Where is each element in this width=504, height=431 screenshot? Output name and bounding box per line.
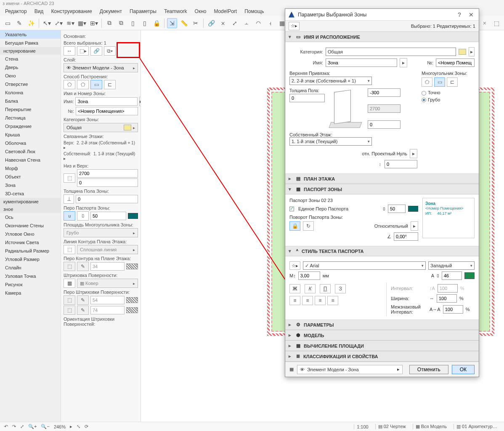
- sb-model-value[interactable]: Вся Модель: [421, 424, 447, 429]
- unipen-checkbox[interactable]: [289, 207, 294, 211]
- section-stamp-header[interactable]: ▾▦ПАСПОРТ ЗОНЫ: [285, 184, 479, 194]
- toolbar-canvas-icon[interactable]: ▭: [3, 18, 13, 28]
- ok-button[interactable]: ОК: [452, 365, 475, 374]
- tool-opening[interactable]: Отверстие: [0, 80, 61, 88]
- toolbar-group3-icon[interactable]: ▯: [128, 18, 138, 28]
- sb-arch-value[interactable]: 01 Архитектур…: [462, 424, 497, 429]
- unipen-input[interactable]: [388, 205, 406, 213]
- font-favorite[interactable]: ☆▸: [289, 261, 300, 270]
- toolbar-group4-icon[interactable]: ▯: [140, 18, 150, 28]
- dlg-cat-swatch[interactable]: [459, 49, 466, 55]
- width-input[interactable]: [437, 294, 457, 303]
- tool-angulardim[interactable]: Угловой Размер: [0, 255, 61, 263]
- italic-button[interactable]: К: [305, 284, 316, 293]
- fontpen-input[interactable]: [442, 271, 462, 280]
- poly-mode-2[interactable]: ▭: [434, 77, 445, 87]
- menu-view[interactable]: Вид: [34, 8, 44, 15]
- tool-object[interactable]: Объект: [0, 173, 61, 181]
- tool-cornerwindow[interactable]: Угловое Окно: [0, 230, 61, 238]
- dlg-num-input[interactable]: [436, 59, 475, 67]
- cancel-button[interactable]: Отменить: [409, 365, 448, 374]
- section-floorplan-header[interactable]: ▸▤ПЛАН ЭТАЖА: [285, 174, 479, 184]
- sb-zoomfit-icon[interactable]: ⤢: [20, 424, 24, 429]
- tool-camera[interactable]: Камера: [0, 289, 61, 297]
- tool-lightsource[interactable]: Источник Света: [0, 238, 61, 247]
- underline-button[interactable]: П: [320, 284, 331, 293]
- menu-construct[interactable]: Конструирование: [51, 8, 92, 15]
- infobox-link-icon[interactable]: 🔗: [90, 46, 102, 56]
- toolbar-intersect-icon[interactable]: ⨉: [218, 18, 228, 28]
- tool-railing[interactable]: Ограждение: [0, 122, 61, 130]
- toolbar-fillet-icon[interactable]: ◠: [253, 18, 263, 28]
- dlg-offbot-input[interactable]: [368, 120, 401, 129]
- dlg-upper-selector[interactable]: 2. 2-й этаж (Собственный + 1)▾: [289, 77, 372, 85]
- toolbar-lock-icon[interactable]: 🔒: [151, 18, 162, 28]
- infobox-sel-icon[interactable]: ⬚▸: [77, 46, 89, 56]
- infobox-bot-input[interactable]: [77, 178, 138, 187]
- bold-button[interactable]: Ж: [289, 284, 300, 293]
- menu-modelport[interactable]: ModelPort: [214, 8, 237, 15]
- rot-free-icon[interactable]: ↻: [303, 221, 314, 231]
- tool-morph[interactable]: Морф: [0, 164, 61, 173]
- section-class-header[interactable]: ▸≣КЛАССИФИКАЦИЯ И СВОЙСТВА: [285, 351, 479, 362]
- footer-layer-selector[interactable]: 👁 Элемент Модели - Зона ▸: [297, 365, 403, 374]
- infobox-floorthk-input[interactable]: [76, 195, 138, 203]
- infobox-cat-selector[interactable]: Общая: [64, 123, 138, 132]
- infobox-top-input[interactable]: [77, 169, 138, 178]
- stamppen-chip[interactable]: [128, 213, 138, 219]
- section-model-header[interactable]: ▸⬢МОДЕЛЬ: [285, 330, 479, 341]
- tool-shell[interactable]: Оболочка: [0, 139, 61, 147]
- tool-beam[interactable]: Балка: [0, 97, 61, 105]
- tool-pointer[interactable]: Указатель: [0, 30, 61, 39]
- infobox-num-input[interactable]: [76, 107, 138, 115]
- stamppen-value[interactable]: [90, 212, 126, 220]
- rot-lock-icon[interactable]: 🔒: [289, 221, 300, 231]
- stamppen-mode1[interactable]: ⩁: [64, 211, 75, 221]
- toolbar-resize-icon[interactable]: ⤢: [230, 18, 240, 28]
- tool-marquee[interactable]: Бегущая Рамка: [0, 39, 61, 47]
- align-center[interactable]: ≡: [302, 296, 313, 305]
- tool-mesh[interactable]: 3D-сетка: [0, 189, 61, 198]
- tool-spline[interactable]: Сплайн: [0, 263, 61, 272]
- dialog-close-icon[interactable]: ✕: [467, 11, 475, 18]
- sb-zoomout-icon[interactable]: 🔍−: [41, 424, 49, 429]
- tracking-input[interactable]: [443, 305, 463, 314]
- toolbar-trim-icon[interactable]: ✂: [191, 18, 201, 28]
- infobox-polyarea-selector[interactable]: Грубо: [64, 228, 138, 237]
- toolbar-group1-icon[interactable]: ⧉: [104, 18, 114, 28]
- stamppen-mode2[interactable]: ⩂: [77, 211, 89, 221]
- menu-parameters[interactable]: Параметры: [130, 8, 157, 15]
- geometry-mode-1[interactable]: ⬠: [64, 80, 75, 89]
- sb-zoom-value[interactable]: 246%: [54, 424, 66, 429]
- toolbar-adjust-icon[interactable]: ⫞: [265, 18, 275, 28]
- menu-teamwork[interactable]: Teamwork: [164, 8, 187, 15]
- toolbar-measure-icon[interactable]: 📏: [179, 18, 189, 28]
- toolbar-snap-icon[interactable]: ⤢▾: [53, 18, 64, 28]
- tool-skylight[interactable]: Световой Люк: [0, 147, 61, 156]
- geometry-mode-4[interactable]: ⊏: [104, 80, 116, 89]
- rot-mode-more[interactable]: ▸: [411, 221, 418, 231]
- tool-roof[interactable]: Крыша: [0, 130, 61, 139]
- toolbar-group2-icon[interactable]: ⧉: [116, 18, 126, 28]
- navigator-icon[interactable]: ⬚: [491, 18, 501, 28]
- infobox-name-input[interactable]: [75, 97, 138, 106]
- toolbar-wand-icon[interactable]: ✨: [26, 18, 36, 28]
- align-right[interactable]: ≡: [315, 296, 326, 305]
- dlg-projzero-input[interactable]: [385, 160, 417, 168]
- sb-redo-icon[interactable]: ↷: [12, 424, 16, 429]
- tool-curtainwall[interactable]: Навесная Стена: [0, 156, 61, 164]
- dlg-floorthk-input[interactable]: [289, 94, 325, 102]
- tool-wall[interactable]: Стена: [0, 55, 61, 63]
- poly-rough-radio[interactable]: [422, 98, 426, 102]
- sb-undo-icon[interactable]: ↶: [4, 424, 8, 429]
- menu-window[interactable]: Окно: [195, 8, 207, 15]
- toolbar-link-icon[interactable]: 🔗: [206, 18, 216, 28]
- dialog-help-icon[interactable]: ?: [455, 11, 464, 18]
- align-left[interactable]: ≡: [289, 296, 300, 305]
- contour-icon[interactable]: ⬚: [64, 245, 75, 254]
- align-justify[interactable]: ≡: [327, 296, 338, 305]
- section-textstyle-header[interactable]: ▾ᴬСТИЛЬ ТЕКСТА ПАСПОРТА: [285, 246, 479, 256]
- geometry-mode-3[interactable]: ▭: [90, 80, 102, 89]
- unipen-chip[interactable]: [408, 206, 418, 212]
- poly-mode-3[interactable]: ⊏: [447, 77, 458, 87]
